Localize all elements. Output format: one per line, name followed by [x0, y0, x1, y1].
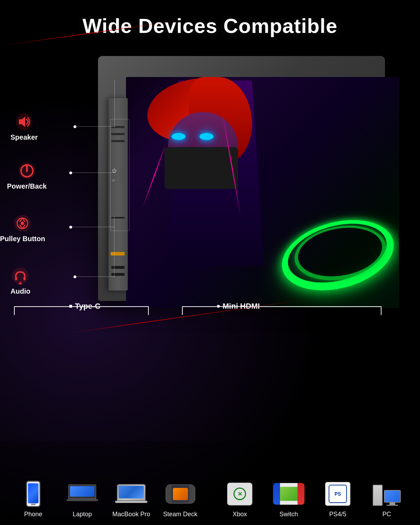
ps-device-icon: PS [325, 482, 350, 506]
devices-section: Phone Laptop [0, 441, 420, 525]
xbox-icon-wrap: ✕ [224, 480, 255, 508]
speaker-icon-wrap [14, 112, 34, 131]
phone-label: Phone [24, 511, 42, 518]
switch-label: Switch [279, 511, 298, 518]
steamdeck-label: Steam Deck [163, 511, 197, 518]
device-item-xbox: ✕ Xbox [215, 480, 264, 525]
pc-label: PC [382, 511, 391, 518]
audio-icon [12, 267, 29, 285]
speaker-connector-dot [74, 125, 76, 128]
power-label: Power/Back [7, 161, 47, 190]
audio-connector-line-h [76, 276, 114, 277]
audio-label: Audio [10, 266, 30, 295]
xbox-logo: ✕ [233, 488, 246, 500]
svg-rect-10 [23, 277, 26, 280]
svg-rect-9 [15, 277, 17, 280]
macbook-label: MacBook Pro [112, 511, 150, 518]
macbook-icon-wrap [115, 480, 147, 508]
phone-device-icon [26, 481, 41, 507]
ps-icon-wrap: PS [322, 480, 354, 508]
usbc-port-1 [111, 266, 125, 269]
power-icon-wrap [17, 161, 36, 180]
speaker-connector-line-v [114, 80, 115, 127]
power-connector-line [72, 173, 114, 173]
pulley-icon-wrap [13, 214, 32, 233]
laptop-label: Laptop [72, 511, 92, 518]
speaker-icon [15, 113, 33, 131]
ps-label: PS4/5 [329, 511, 346, 518]
pc-tower [373, 485, 383, 506]
pulley-label: Pulley Button [0, 214, 45, 243]
audio-icon-wrap [11, 266, 30, 285]
phone-icon-wrap [18, 480, 49, 508]
type-c-bracket [14, 306, 149, 315]
pc-monitor-area [384, 490, 401, 506]
speaker-label-text: Speaker [10, 133, 38, 141]
ps-logo: PS [335, 491, 341, 497]
pc-device-icon [373, 482, 401, 506]
macbook-device-icon [117, 484, 146, 504]
pc-monitor-base [387, 505, 398, 506]
monitor-container: ⏻ ⟳ [98, 56, 420, 378]
xbox-label: Xbox [232, 511, 247, 518]
steamdeck-device-icon [166, 484, 195, 504]
device-item-macbook: MacBook Pro [107, 480, 156, 525]
power-label-text: Power/Back [7, 182, 47, 190]
laptop-icon-wrap [66, 480, 98, 508]
hdmi-bracket [182, 306, 382, 315]
laptop-device-icon [68, 484, 96, 504]
pulley-connector-line [72, 227, 114, 227]
speaker-label: Speaker [10, 112, 38, 141]
usbc-port-2 [111, 273, 125, 276]
steamdeck-icon-wrap [164, 480, 196, 508]
monitor-screen [126, 77, 399, 308]
device-item-switch: Switch [264, 480, 313, 525]
device-item-phone: Phone [9, 480, 58, 525]
product-area: Speaker Power/Back [0, 49, 420, 399]
switch-device-icon [273, 483, 304, 505]
pulley-connector-dot [69, 226, 72, 229]
speaker-connector-line-h [76, 126, 115, 127]
page-content: Wide Devices Compatible Speaker [0, 0, 420, 525]
power-icon [18, 162, 36, 180]
xbox-device-icon: ✕ [227, 483, 252, 505]
pulley-icon [14, 215, 31, 232]
power-connector-dot [69, 172, 72, 174]
svg-point-7 [21, 222, 24, 225]
pc-monitor-screen [384, 490, 401, 503]
ps-body: PS [329, 485, 347, 503]
switch-icon-wrap [273, 480, 304, 508]
svg-point-8 [12, 267, 29, 284]
devices-row: Phone Laptop [0, 441, 420, 525]
audio-connector-line-v [114, 216, 115, 277]
pulley-label-text: Pulley Button [0, 235, 45, 243]
page-title: Wide Devices Compatible [0, 0, 420, 37]
audio-label-text: Audio [10, 287, 30, 295]
pc-icon-wrap [371, 480, 402, 508]
device-item-laptop: Laptop [58, 480, 107, 525]
monitor-back [98, 56, 385, 301]
device-item-ps: PS PS4/5 [313, 480, 362, 525]
audio-connector-dot [74, 275, 76, 278]
screen-art [126, 77, 399, 308]
ports-box [110, 119, 130, 231]
xbox-x-letter: ✕ [238, 491, 242, 497]
hdmi-port [111, 252, 125, 255]
device-item-pc: PC [362, 480, 411, 525]
device-item-steam-deck: Steam Deck [156, 480, 205, 525]
